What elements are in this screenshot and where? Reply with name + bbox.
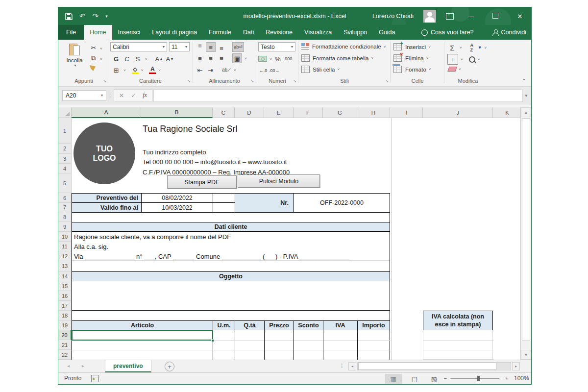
items-header-importo[interactable]: Importo [357,320,390,330]
align-center-button[interactable]: ≡ [206,53,216,63]
clear-form-button[interactable]: Pulisci Modulo [238,174,320,188]
zoom-slider-track[interactable] [450,378,499,379]
increase-decimal-button[interactable]: ←.0 [258,66,268,75]
vertical-scroll-thumb[interactable] [522,118,530,341]
quote-valid-label-cell[interactable]: Valido fino al [72,202,142,213]
align-left-button[interactable]: ≡ [195,53,205,63]
row-header-15[interactable]: 15 [58,281,72,291]
format-cells-button[interactable]: Formato˅ [393,66,431,73]
col-header-C[interactable]: C [213,107,235,118]
italic-button[interactable]: C [122,54,132,64]
quote-nr-value-cell[interactable]: OFF-2022-0000 [294,193,390,213]
decrease-indent-button[interactable]: ⇤ [195,65,205,75]
quote-date-label-cell[interactable]: Preventivo del [72,193,142,203]
account-name[interactable]: Lorenzo Chiodi [372,13,414,20]
find-select-icon[interactable] [469,56,475,63]
wrap-text-button[interactable]: ab⏎ [232,42,244,52]
alignment-dialog-launcher-icon[interactable]: ↘ [250,79,254,83]
conditional-formatting-button[interactable]: Formattazione condizionale˅ [301,43,386,50]
font-dialog-launcher-icon[interactable]: ↘ [187,79,191,83]
delete-cells-button[interactable]: Elimina˅ [393,54,428,62]
grow-font-button[interactable]: A▲ [154,54,164,64]
expand-formula-bar-icon[interactable]: ▾ [525,93,527,98]
tab-revisione[interactable]: Revisione [260,25,298,40]
quote-nr-label-cell[interactable]: Nr. [235,193,294,213]
row-header-10[interactable]: 10 [58,232,72,242]
align-bottom-button[interactable]: ≡ [217,42,226,52]
fill-button[interactable]: ↓ [447,54,458,65]
tab-guida[interactable]: Guida [373,25,401,40]
paste-button[interactable]: Incolla ▾ [63,43,86,73]
horizontal-scrollbar[interactable] [357,362,511,370]
row-header-22[interactable]: 22 [58,350,72,360]
increase-indent-button[interactable]: ⇥ [206,65,216,75]
view-page-break-button[interactable]: ▧ [426,374,442,384]
clipboard-dialog-launcher-icon[interactable]: ↘ [103,79,106,83]
subject-section-header[interactable]: Oggetto [72,271,390,281]
align-top-button[interactable]: ≡ [195,42,205,52]
name-box-dropdown-icon[interactable]: ▾ [101,93,103,98]
ribbon-display-options-icon[interactable] [446,13,454,20]
insert-function-icon[interactable]: fx [143,92,147,99]
row-header-11[interactable]: 11 [58,242,72,251]
formula-input[interactable] [153,89,523,102]
col-header-A[interactable]: A [72,107,141,118]
thousand-separator-button[interactable]: 000 [284,54,294,64]
hscroll-left-icon[interactable]: ◂ [348,362,356,370]
hscroll-right-icon[interactable]: ▸ [512,362,520,370]
row-header-17[interactable]: 17 [58,301,72,311]
fill-color-button[interactable]: ◇ [132,66,139,74]
paste-dropdown-icon[interactable]: ▾ [65,63,86,68]
tell-me-label[interactable]: Cosa vuoi fare? [431,29,474,36]
autosum-button[interactable]: Σ [447,43,457,52]
tab-inserisci[interactable]: Inserisci [112,25,147,40]
tab-formule[interactable]: Formule [203,25,237,40]
align-middle-button[interactable]: ≡ [206,42,216,52]
view-normal-button[interactable]: ▦ [385,374,402,384]
row-header-6[interactable]: 6 [58,193,72,203]
align-right-button[interactable]: ≡ [217,53,226,63]
col-header-B[interactable]: B [141,107,213,118]
zoom-slider-thumb[interactable] [477,376,480,381]
fill-handle[interactable] [211,339,214,342]
vat-note-box[interactable] [423,330,493,360]
formula-bar-splitter[interactable]: ⁞ [109,93,111,98]
row-header-1[interactable]: 1 [58,118,72,144]
row-header-8[interactable]: 8 [58,212,72,222]
vertical-scrollbar[interactable]: ▲ ▼ [520,107,531,360]
quote-date-cell[interactable]: 08/02/2022 [141,193,213,203]
row-header-16[interactable]: 16 [58,291,72,301]
name-box[interactable]: A20▾ [62,90,106,101]
sheet-tab-preventivo[interactable]: preventivo [105,360,151,372]
row-header-5[interactable]: 5 [58,173,72,193]
subject-section-box[interactable] [72,281,390,311]
decrease-decimal-button[interactable]: .00→ [269,66,280,75]
shrink-font-button[interactable]: A▼ [165,54,175,64]
bold-button[interactable]: G [111,54,121,64]
items-header-prezzo[interactable]: Prezzo [264,320,294,330]
row-header-13[interactable]: 13 [58,261,72,271]
cut-button[interactable]: ✂˅ [89,43,102,52]
font-name-select[interactable]: Calibri▾ [110,42,167,51]
items-header-um[interactable]: U.m. [213,320,235,330]
view-page-layout-button[interactable]: ▤ [406,374,423,384]
row-header-3[interactable]: 3 [58,154,72,164]
row-header-19[interactable]: 19 [58,320,72,330]
tab-home[interactable]: Home [84,25,112,40]
col-header-G[interactable]: G [323,107,357,118]
clear-icon[interactable] [447,67,457,72]
borders-button[interactable]: ⊞ [111,65,121,75]
number-format-select[interactable]: Testo▾ [258,42,295,51]
client-line-2[interactable]: Alla c.a. sig. [74,243,108,250]
horizontal-scroll-thumb[interactable] [358,363,496,370]
percent-button[interactable]: % [273,54,283,64]
quote-valid-cell[interactable]: 10/03/2022 [141,202,213,213]
collapse-ribbon-icon[interactable]: ⌃ [522,78,526,84]
client-line-1[interactable]: Ragione sociale cliente, va a comporre i… [74,233,231,241]
format-painter-button[interactable] [90,65,96,72]
row-header-18[interactable]: 18 [58,311,72,320]
zoom-level[interactable]: 100% [514,375,529,382]
sort-filter-button[interactable]: AZ [467,43,477,52]
underline-button[interactable]: S [133,54,143,64]
tab-layout[interactable]: Layout di pagina [146,25,203,40]
